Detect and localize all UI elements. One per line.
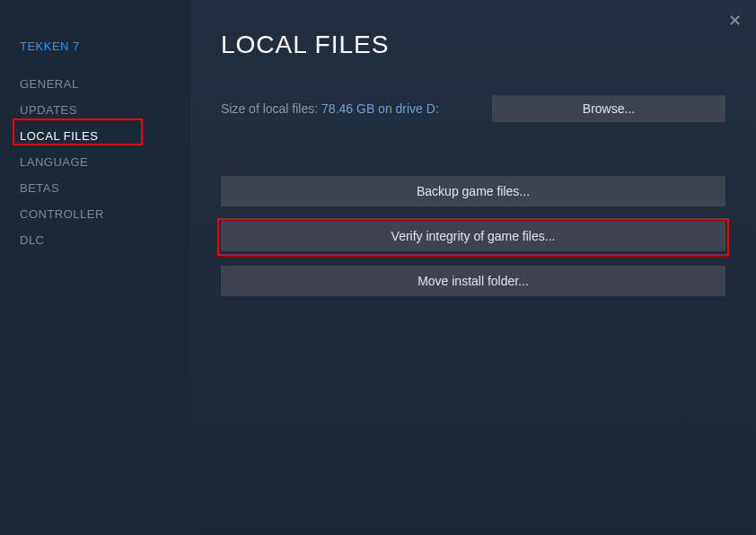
sidebar-item-language[interactable]: LANGUAGE bbox=[0, 149, 190, 175]
game-title: TEKKEN 7 bbox=[0, 39, 190, 71]
sidebar-item-dlc[interactable]: DLC bbox=[0, 227, 190, 253]
verify-button[interactable]: Verify integrity of game files... bbox=[221, 221, 725, 251]
browse-button[interactable]: Browse... bbox=[492, 95, 725, 122]
main-inner: LOCAL FILES Size of local files: 78.46 G… bbox=[190, 0, 756, 296]
sidebar: TEKKEN 7 GENERAL UPDATES LOCAL FILES LAN… bbox=[0, 0, 190, 535]
file-size-text: Size of local files: 78.46 GB on drive D… bbox=[221, 101, 439, 116]
file-size-row: Size of local files: 78.46 GB on drive D… bbox=[221, 95, 725, 122]
page-title: LOCAL FILES bbox=[221, 31, 725, 59]
sidebar-item-local-files[interactable]: LOCAL FILES bbox=[0, 123, 190, 149]
sidebar-item-wrapper: LOCAL FILES bbox=[0, 123, 190, 149]
sidebar-item-updates[interactable]: UPDATES bbox=[0, 97, 190, 123]
file-size-label: Size of local files: bbox=[221, 101, 321, 116]
file-size-value: 78.46 GB on drive D: bbox=[321, 101, 439, 116]
sidebar-item-general[interactable]: GENERAL bbox=[0, 71, 190, 97]
sidebar-item-controller[interactable]: CONTROLLER bbox=[0, 201, 190, 227]
backup-button[interactable]: Backup game files... bbox=[221, 176, 725, 206]
action-buttons: Backup game files... Verify integrity of… bbox=[221, 176, 725, 296]
main-panel: ✕ LOCAL FILES Size of local files: 78.46… bbox=[190, 0, 756, 535]
move-folder-button[interactable]: Move install folder... bbox=[221, 266, 725, 296]
close-icon: ✕ bbox=[728, 12, 742, 30]
sidebar-item-betas[interactable]: BETAS bbox=[0, 175, 190, 201]
close-button[interactable]: ✕ bbox=[725, 7, 745, 34]
